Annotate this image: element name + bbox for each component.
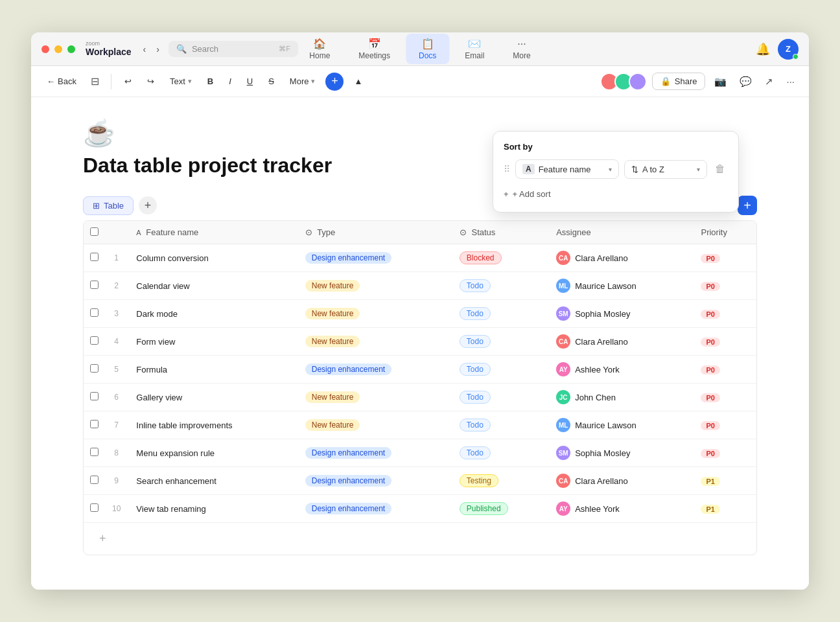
nav-item-docs[interactable]: 📋Docs [406,34,449,64]
assignee-cell: JC John Chen [548,384,693,411]
home-nav-label: Home [309,51,330,60]
priority-header[interactable]: Priority [693,221,756,244]
status-cell: Todo [452,328,548,356]
add-block-button[interactable]: + [325,73,344,91]
sort-order-select[interactable]: ⇅ A to Z ▾ [624,160,707,179]
italic-button[interactable]: I [224,74,237,89]
table-row[interactable]: 7 Inline table improvements New feature … [84,411,756,439]
nav-item-email[interactable]: ✉️Email [452,34,497,64]
table-row[interactable]: 3 Dark mode New feature Todo SM Sophia M… [84,300,756,328]
back-button[interactable]: ← Back [41,74,82,89]
nav-item-home[interactable]: 🏠Home [296,34,343,64]
strikethrough-button[interactable]: S [263,74,279,89]
undo-button[interactable]: ↩ [119,74,137,89]
expand-button[interactable]: ▲ [349,74,368,89]
row-checkbox[interactable] [90,448,99,456]
feature-cell: Inline table improvements [128,411,297,439]
sort-dropdown-title: Sort by [504,142,728,152]
drag-handle-icon[interactable]: ⠿ [504,164,510,174]
comment-button[interactable]: 💬 [736,73,756,90]
row-checkbox[interactable] [90,281,99,289]
nav-arrows: ‹ › [139,41,163,57]
type-badge: New feature [305,391,360,403]
email-nav-icon: ✉️ [468,38,481,50]
row-num-cell: 6 [104,384,128,411]
row-checkbox[interactable] [90,392,99,400]
row-checkbox[interactable] [90,336,99,345]
add-new-row-button[interactable]: + [91,527,114,551]
assignee-name: Clara Arellano [575,476,628,486]
status-cell: Blocked [452,244,548,272]
share-button[interactable]: 🔒 Share [652,73,706,90]
traffic-lights [41,45,75,53]
search-bar[interactable]: 🔍 Search ⌘F [169,41,298,57]
nav-item-meetings[interactable]: 📅Meetings [345,34,403,64]
bold-button[interactable]: B [202,74,218,89]
sort-field-icon: A [522,164,535,174]
add-sort-icon: + [504,189,509,199]
sort-field-select[interactable]: A Feature name ▾ [515,159,619,179]
priority-cell: P1 [693,495,756,523]
notifications-button[interactable]: 🔔 [756,42,770,56]
feature-cell: Form view [128,328,297,356]
assignee-cell: CA Clara Arellano [548,328,693,356]
table-row[interactable]: 8 Menu expansion rule Design enhancement… [84,439,756,467]
table-row[interactable]: 10 View tab renaming Design enhancement … [84,495,756,523]
type-header[interactable]: ⊙ Type [298,221,452,244]
status-badge: Todo [460,335,491,348]
row-checkbox[interactable] [90,420,99,428]
assignee-header[interactable]: Assignee [548,221,693,244]
row-checkbox[interactable] [90,364,99,373]
underline-button[interactable]: U [242,74,258,89]
type-cell: New feature [298,328,452,356]
priority-badge: P1 [701,505,719,514]
table-row[interactable]: 1 Column conversion Design enhancement B… [84,244,756,272]
row-checkbox[interactable] [90,308,99,317]
text-format-button[interactable]: Text ▾ [165,74,197,89]
type-cell: New feature [298,384,452,411]
table-row[interactable]: 5 Formula Design enhancement Todo AY Ash… [84,356,756,384]
table-row[interactable]: 2 Calendar view New feature Todo ML Maur… [84,272,756,300]
type-icon: ⊙ [305,227,312,237]
minimize-button[interactable] [54,45,62,53]
priority-badge: P0 [701,282,719,291]
priority-cell: P1 [693,467,756,495]
status-header[interactable]: ⊙ Status [452,221,548,244]
row-num-cell: 3 [104,300,128,328]
assignee-avatar: AY [556,501,570,516]
table-row[interactable]: 6 Gallery view New feature Todo JC John … [84,384,756,411]
data-table: A Feature name ⊙ Type ⊙ Status Assignee … [84,221,756,522]
row-checkbox[interactable] [90,476,99,484]
back-arrow[interactable]: ‹ [139,41,150,57]
add-row-button[interactable]: + [738,196,757,215]
status-badge: Todo [460,279,491,292]
table-view-button[interactable]: ⊞ Table [83,196,134,215]
add-sort-button[interactable]: + + Add sort [504,187,551,202]
type-cell: New feature [298,272,452,300]
row-checkbox[interactable] [90,253,99,261]
row-num-header [104,221,128,244]
nav-item-more[interactable]: ···More [500,34,543,64]
data-table-container: A Feature name ⊙ Type ⊙ Status Assignee … [83,220,757,555]
forward-arrow[interactable]: › [152,41,163,57]
row-checkbox[interactable] [90,503,99,512]
select-all-checkbox[interactable] [90,227,99,236]
add-view-button[interactable]: + [139,196,157,214]
type-cell: Design enhancement [298,495,452,523]
redo-button[interactable]: ↪ [142,74,159,89]
lock-icon: 🔒 [660,76,671,86]
delete-sort-button[interactable]: 🗑 [712,161,728,178]
user-avatar[interactable]: Z [778,39,799,60]
feature-name-header[interactable]: A Feature name [128,221,297,244]
table-row[interactable]: 4 Form view New feature Todo CA Clara Ar… [84,328,756,356]
maximize-button[interactable] [67,45,75,53]
row-checkbox-cell [84,495,104,523]
export-button[interactable]: ↗ [761,73,777,90]
more-options-button[interactable]: ··· [782,73,799,89]
table-row[interactable]: 9 Search enhancement Design enhancement … [84,467,756,495]
close-button[interactable] [41,45,49,53]
feature-cell: Menu expansion rule [128,439,297,467]
more-format-button[interactable]: More ▾ [285,74,321,89]
camera-button[interactable]: 📷 [710,73,730,90]
sidebar-toggle[interactable]: ⊟ [87,73,103,90]
